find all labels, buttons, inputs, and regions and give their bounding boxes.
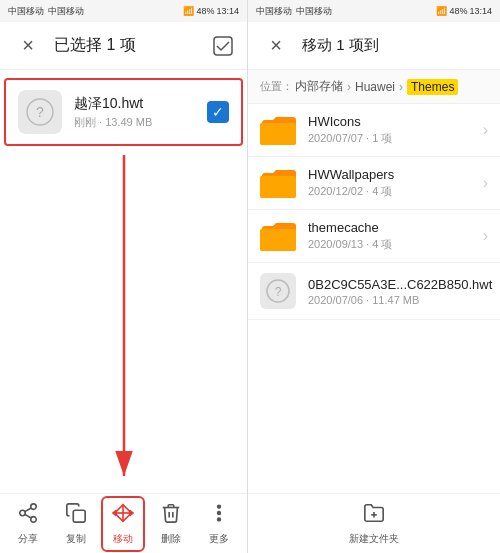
folder-info-themecache: themecache 2020/09/13 · 4 项 <box>308 220 471 252</box>
file-icon: ? <box>18 90 62 134</box>
breadcrumb-huawei[interactable]: Huawei <box>355 80 395 94</box>
file-name: 越泽10.hwt <box>74 95 195 113</box>
right-bottom-toolbar: 新建文件夹 <box>248 493 500 553</box>
file-meta-hwt: 2020/07/06 · 11.47 MB <box>308 294 492 306</box>
folder-name-hwwallpapers: HWWallpapers <box>308 167 471 182</box>
new-folder-button[interactable]: 新建文件夹 <box>339 498 409 550</box>
file-name-hwt: 0B2C9C55A3E...C622B850.hwt <box>308 277 492 292</box>
file-checkbox[interactable]: ✓ <box>207 101 229 123</box>
chevron-right-icon-3: › <box>483 227 488 245</box>
chevron-right-icon-2: › <box>483 174 488 192</box>
page-title-right: 移动 1 项到 <box>302 36 379 55</box>
chevron-right-icon: › <box>483 121 488 139</box>
breadcrumb-themes[interactable]: Themes <box>407 79 458 95</box>
svg-text:?: ? <box>36 104 44 120</box>
file-item-hwt[interactable]: ? 0B2C9C55A3E...C622B850.hwt 2020/07/06 … <box>248 263 500 320</box>
close-button-right[interactable]: × <box>260 30 292 62</box>
carrier-left: 中国移动 中国移动 <box>8 5 84 18</box>
copy-icon <box>65 502 87 529</box>
breadcrumb: 位置： 内部存储 › Huawei › Themes <box>248 70 500 104</box>
status-icons-left: 📶 48% 13:14 <box>183 6 239 16</box>
header-left: × 已选择 1 项 <box>0 22 247 70</box>
status-bar-left: 中国移动 中国移动 📶 48% 13:14 <box>0 0 247 22</box>
folder-list: HWIcons 2020/07/07 · 1 项 › HWWallpapers … <box>248 104 500 493</box>
file-info: 越泽10.hwt 刚刚 · 13.49 MB <box>74 95 195 130</box>
status-bar-right: 中国移动 中国移动 📶 48% 13:14 <box>248 0 500 22</box>
folder-item-hwwallpapers[interactable]: HWWallpapers 2020/12/02 · 4 项 › <box>248 157 500 210</box>
new-folder-label: 新建文件夹 <box>349 532 399 546</box>
svg-rect-17 <box>260 176 296 198</box>
left-panel: 中国移动 中国移动 📶 48% 13:14 × 已选择 1 项 ? <box>0 0 248 553</box>
svg-line-7 <box>25 507 31 511</box>
delete-icon <box>160 502 182 529</box>
carrier1-left: 中国移动 <box>8 5 44 18</box>
carrier1-right: 中国移动 <box>256 5 292 18</box>
copy-button[interactable]: 复制 <box>54 498 98 550</box>
folder-meta-themecache: 2020/09/13 · 4 项 <box>308 237 471 252</box>
folder-name-themecache: themecache <box>308 220 471 235</box>
svg-point-13 <box>218 518 221 521</box>
file-meta: 刚刚 · 13.49 MB <box>74 115 195 130</box>
svg-point-11 <box>218 505 221 508</box>
svg-rect-8 <box>73 510 85 522</box>
file-info-hwt: 0B2C9C55A3E...C622B850.hwt 2020/07/06 · … <box>308 277 492 306</box>
svg-point-4 <box>20 510 26 516</box>
move-label: 移动 <box>113 532 133 546</box>
move-icon <box>112 502 134 529</box>
folder-item-hwicons[interactable]: HWIcons 2020/07/07 · 1 项 › <box>248 104 500 157</box>
folder-info-hwicons: HWIcons 2020/07/07 · 1 项 <box>308 114 471 146</box>
right-panel: 中国移动 中国移动 📶 48% 13:14 × 移动 1 项到 位置： 内部存储… <box>248 0 500 553</box>
svg-rect-16 <box>260 123 296 145</box>
new-folder-icon <box>363 502 385 529</box>
breadcrumb-internal[interactable]: 内部存储 <box>295 78 343 95</box>
delete-label: 删除 <box>161 532 181 546</box>
file-icon-hwt: ? <box>260 273 296 309</box>
svg-point-3 <box>31 503 37 509</box>
folder-info-hwwallpapers: HWWallpapers 2020/12/02 · 4 项 <box>308 167 471 199</box>
bottom-toolbar-left: 分享 复制 <box>0 493 247 553</box>
svg-point-12 <box>218 511 221 514</box>
svg-text:?: ? <box>275 285 282 299</box>
folder-item-themecache[interactable]: themecache 2020/09/13 · 4 项 › <box>248 210 500 263</box>
file-item-selected[interactable]: ? 越泽10.hwt 刚刚 · 13.49 MB ✓ <box>4 78 243 146</box>
page-title-left: 已选择 1 项 <box>54 35 201 56</box>
header-right: × 移动 1 项到 <box>248 22 500 70</box>
move-button[interactable]: 移动 <box>101 496 145 552</box>
carrier-right: 中国移动 中国移动 <box>256 5 332 18</box>
folder-icon-hwicons <box>260 115 296 145</box>
more-icon <box>208 502 230 529</box>
carrier2-left: 中国移动 <box>48 5 84 18</box>
svg-line-6 <box>25 514 31 518</box>
share-button[interactable]: 分享 <box>6 498 50 550</box>
file-list: ? 越泽10.hwt 刚刚 · 13.49 MB ✓ <box>0 70 247 493</box>
share-icon <box>17 502 39 529</box>
folder-meta-hwwallpapers: 2020/12/02 · 4 项 <box>308 184 471 199</box>
folder-meta-hwicons: 2020/07/07 · 1 项 <box>308 131 471 146</box>
check-all-icon[interactable] <box>211 34 235 58</box>
status-icons-right: 📶 48% 13:14 <box>436 6 492 16</box>
svg-rect-0 <box>214 37 232 55</box>
share-label: 分享 <box>18 532 38 546</box>
carrier2-right: 中国移动 <box>296 5 332 18</box>
svg-point-5 <box>31 516 37 522</box>
close-button-left[interactable]: × <box>12 30 44 62</box>
folder-name-hwicons: HWIcons <box>308 114 471 129</box>
more-button[interactable]: 更多 <box>197 498 241 550</box>
more-label: 更多 <box>209 532 229 546</box>
delete-button[interactable]: 删除 <box>149 498 193 550</box>
folder-icon-themecache <box>260 221 296 251</box>
copy-label: 复制 <box>66 532 86 546</box>
svg-rect-18 <box>260 229 296 251</box>
folder-icon-hwwallpapers <box>260 168 296 198</box>
